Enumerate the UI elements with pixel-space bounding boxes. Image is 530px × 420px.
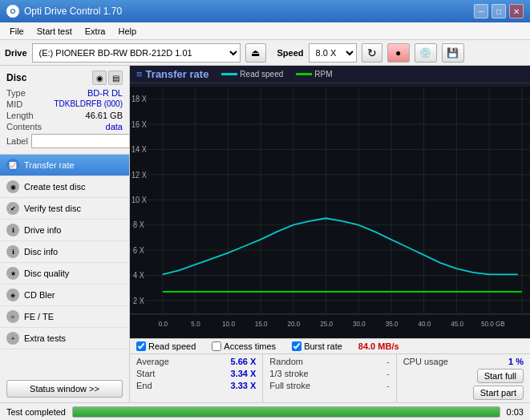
stat-1-3-stroke: 1/3 stroke - <box>269 369 389 378</box>
menu-help[interactable]: Help <box>111 25 143 38</box>
status-bar: Test completed 0:03 <box>0 402 530 420</box>
svg-text:8 X: 8 X <box>133 220 144 230</box>
svg-text:6 X: 6 X <box>133 245 144 255</box>
chart-header: ≡ Transfer rate Read speed RPM <box>130 66 530 83</box>
disc-section: Disc ◉ ▤ Type BD-R DL MID TDKBLDRFB (000… <box>0 66 129 155</box>
svg-text:2 X: 2 X <box>133 296 144 305</box>
speed-select[interactable]: 8.0 X <box>309 43 357 63</box>
menu-bar: File Start test Extra Help <box>0 22 530 40</box>
legend-rpm: RPM <box>296 70 332 79</box>
menu-start-test[interactable]: Start test <box>30 25 79 38</box>
chart-wrapper: 18 X 16 X 14 X 12 X 10 X 8 X 6 X 4 X 2 X… <box>130 83 530 338</box>
chart-title-icon: ≡ <box>136 68 143 80</box>
maximize-button[interactable]: □ <box>492 4 506 18</box>
svg-text:14 X: 14 X <box>131 144 147 154</box>
button-red[interactable]: ● <box>387 43 410 63</box>
nav-cd-bler-label: CD Bler <box>24 290 55 300</box>
stats-col1: Average 5.66 X Start 3.34 X End 3.33 X <box>130 354 263 402</box>
start-full-button[interactable]: Start full <box>477 369 524 383</box>
nav-extra-tests-label: Extra tests <box>24 333 66 343</box>
minimize-button[interactable]: ─ <box>474 4 488 18</box>
transfer-rate-icon: 📈 <box>6 159 19 172</box>
menu-file[interactable]: File <box>3 25 30 38</box>
stats-area: Average 5.66 X Start 3.34 X End 3.33 X <box>130 353 530 402</box>
main-content: Disc ◉ ▤ Type BD-R DL MID TDKBLDRFB (000… <box>0 66 530 402</box>
disc-icon-1[interactable]: ◉ <box>92 71 107 85</box>
nav-fe-te[interactable]: ≈ FE / TE <box>0 306 129 328</box>
nav-menu: 📈 Transfer rate ◉ Create test disc ✔ Ver… <box>0 155 129 375</box>
speed-label: Speed <box>277 48 304 58</box>
chart-svg: 18 X 16 X 14 X 12 X 10 X 8 X 6 X 4 X 2 X… <box>130 87 530 338</box>
nav-extra-tests[interactable]: + Extra tests <box>0 328 129 349</box>
label-input[interactable] <box>31 134 130 148</box>
burst-rate-value: 84.0 MB/s <box>358 341 399 351</box>
disc-icon-2[interactable]: ▤ <box>108 71 123 85</box>
button-disc[interactable]: 💿 <box>415 43 437 63</box>
svg-text:25.0: 25.0 <box>320 320 333 329</box>
nav-create-test-disc[interactable]: ◉ Create test disc <box>0 176 129 198</box>
stat-start: Start 3.34 X <box>136 369 256 378</box>
eject-button[interactable]: ⏏ <box>245 43 266 63</box>
svg-text:10.0: 10.0 <box>222 320 235 329</box>
burst-rate-checkbox-item[interactable]: Burst rate <box>292 341 342 351</box>
contents-value: data <box>106 122 123 131</box>
svg-text:18 X: 18 X <box>131 95 147 104</box>
nav-drive-info-label: Drive info <box>24 225 61 235</box>
svg-text:5.0: 5.0 <box>191 320 200 329</box>
access-times-checkbox-item[interactable]: Access times <box>212 341 276 351</box>
window-controls[interactable]: ─ □ ✕ <box>474 4 524 18</box>
stat-full-stroke: Full stroke - <box>269 381 389 390</box>
status-time: 0:03 <box>507 407 524 417</box>
nav-transfer-rate[interactable]: 📈 Transfer rate <box>0 155 129 176</box>
read-speed-checkbox-item[interactable]: Read speed <box>136 341 196 351</box>
svg-text:4 X: 4 X <box>133 270 144 280</box>
menu-extra[interactable]: Extra <box>79 25 112 38</box>
chart-title-text: Transfer rate <box>146 68 209 80</box>
chart-checkboxes: Read speed Access times Burst rate 84.0 … <box>130 338 530 353</box>
svg-text:16 X: 16 X <box>131 119 147 129</box>
svg-text:40.0: 40.0 <box>418 320 431 329</box>
fe-te-icon: ≈ <box>6 310 19 323</box>
refresh-speed-button[interactable]: ↻ <box>362 43 382 63</box>
cd-bler-icon: ◈ <box>6 289 19 301</box>
access-times-checkbox-label: Access times <box>224 341 276 351</box>
nav-disc-quality[interactable]: ★ Disc quality <box>0 263 129 285</box>
progress-bar-fill <box>73 407 500 417</box>
nav-verify-test-disc[interactable]: ✔ Verify test disc <box>0 198 129 220</box>
drive-label: Drive <box>5 48 27 58</box>
verify-test-disc-icon: ✔ <box>6 202 19 215</box>
svg-text:0.0: 0.0 <box>159 320 168 329</box>
start-part-button[interactable]: Start part <box>473 386 524 400</box>
contents-label: Contents <box>6 122 42 131</box>
nav-cd-bler[interactable]: ◈ CD Bler <box>0 285 129 306</box>
length-label: Length <box>6 111 34 120</box>
access-times-checkbox[interactable] <box>212 341 221 351</box>
button-save[interactable]: 💾 <box>442 43 464 63</box>
close-button[interactable]: ✕ <box>509 4 524 18</box>
sidebar: Disc ◉ ▤ Type BD-R DL MID TDKBLDRFB (000… <box>0 66 130 402</box>
nav-disc-info-label: Disc info <box>24 247 58 256</box>
svg-text:30.0: 30.0 <box>353 320 366 329</box>
svg-text:12 X: 12 X <box>131 170 147 180</box>
nav-drive-info[interactable]: ℹ Drive info <box>0 220 129 241</box>
drive-select[interactable]: (E:) PIONEER BD-RW BDR-212D 1.01 <box>32 43 241 63</box>
length-value: 46.61 GB <box>86 111 123 120</box>
stats-col2: Random - 1/3 stroke - Full stroke - <box>263 354 396 402</box>
nav-disc-quality-label: Disc quality <box>24 269 69 278</box>
legend-read-speed: Read speed <box>221 70 283 79</box>
burst-rate-checkbox[interactable] <box>292 341 301 351</box>
status-window-button[interactable]: Status window >> <box>6 380 123 398</box>
chart-area: ≡ Transfer rate Read speed RPM <box>130 66 530 402</box>
read-speed-checkbox[interactable] <box>136 341 146 351</box>
svg-text:45.0: 45.0 <box>451 320 463 329</box>
label-label: Label <box>6 136 28 146</box>
burst-rate-checkbox-label: Burst rate <box>304 341 342 351</box>
stat-average: Average 5.66 X <box>136 357 256 366</box>
svg-text:35.0: 35.0 <box>386 320 399 329</box>
stat-cpu-usage: CPU usage 1 % <box>403 357 524 366</box>
title-bar: O Opti Drive Control 1.70 ─ □ ✕ <box>0 0 530 22</box>
create-test-disc-icon: ◉ <box>6 180 19 193</box>
read-speed-checkbox-label: Read speed <box>148 341 196 351</box>
nav-disc-info[interactable]: ℹ Disc info <box>0 241 129 263</box>
svg-text:20.0: 20.0 <box>288 320 301 329</box>
